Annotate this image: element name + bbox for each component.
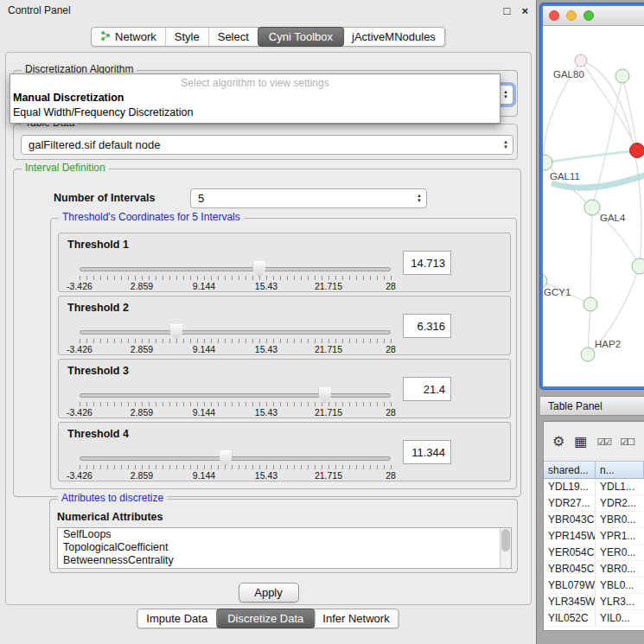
table-row[interactable]: YBR043CYBR0...: [544, 512, 644, 528]
threshold-3-panel: Threshold 3 -3.426 2.859 9.144 15.43 21.…: [58, 359, 511, 418]
scale-tick-label: 15.43: [255, 281, 277, 291]
tab-select[interactable]: Select: [209, 28, 258, 46]
number-of-intervals-combobox[interactable]: 5 ▲▼: [190, 188, 427, 208]
dropdown-option-manual-discretization[interactable]: Manual Discretization: [10, 91, 500, 105]
tab-jactivemnodules[interactable]: jActiveMNodules: [343, 28, 444, 46]
node[interactable]: [615, 69, 629, 83]
combo-value: 5: [198, 192, 204, 205]
tab-network[interactable]: Network: [92, 28, 166, 46]
scale-tick-label: 15.43: [255, 344, 277, 354]
combo-stepper-icon: ▲▼: [503, 139, 508, 150]
scale-tick-label: 2.859: [131, 470, 153, 481]
scale-tick-label: 28: [386, 281, 396, 291]
node-label-hap2: HAP2: [595, 339, 621, 349]
table-row[interactable]: YDR27...YDR2...: [544, 495, 644, 512]
float-window-icon[interactable]: □: [504, 4, 511, 17]
node[interactable]: [583, 297, 597, 311]
scale-tick-label: 9.144: [193, 344, 215, 354]
threshold-4-slider[interactable]: [80, 456, 391, 461]
scale-tick-label: -3.426: [67, 344, 92, 354]
network-canvas[interactable]: GAL80 GAL11 GAL4 GCY1 HAP2: [543, 26, 644, 389]
threshold-label: Threshold 1: [67, 239, 129, 251]
tab-cyni-toolbox[interactable]: Cyni Toolbox: [258, 27, 344, 47]
scrollbar-thumb[interactable]: [501, 529, 510, 552]
threshold-1-slider[interactable]: [80, 267, 391, 271]
scale-tick-label: 28: [386, 344, 396, 354]
network-icon: [100, 30, 111, 43]
table-row[interactable]: YPR145WYPR1...: [544, 528, 644, 545]
threshold-4-value-field[interactable]: 11.344: [403, 440, 451, 464]
table-row[interactable]: YER054CYER0...: [544, 545, 644, 561]
table-header-row: shared... n...: [544, 462, 644, 479]
slider-ticks: [80, 276, 392, 280]
tab-impute-data[interactable]: Impute Data: [137, 609, 217, 628]
threshold-3-slider[interactable]: [80, 393, 391, 398]
zoom-traffic-light-icon[interactable]: [583, 10, 594, 21]
columns-icon[interactable]: ▦: [574, 435, 587, 449]
highlighted-node[interactable]: [630, 143, 644, 158]
threshold-3-value-field[interactable]: 21.4: [403, 377, 451, 401]
node-hap2[interactable]: [581, 348, 595, 361]
node[interactable]: [632, 258, 644, 274]
table-panel-window: ⚙ ▦ ☑☑ ☑☐ shared... n... YDL19...YDL1...…: [543, 421, 644, 631]
scale-tick-label: -3.426: [67, 470, 92, 481]
numerical-attributes-label: Numerical Attributes: [57, 511, 163, 523]
control-panel-tabs: Network Style Select Cyni Toolbox jActiv…: [91, 27, 445, 47]
control-panel-window: Control Panel □ × Network Style Select C…: [0, 0, 537, 644]
table-data-combobox[interactable]: galFiltered.sif default node ▲▼: [21, 135, 513, 155]
threshold-2-slider[interactable]: [80, 330, 391, 335]
tab-discretize-data[interactable]: Discretize Data: [216, 609, 315, 628]
tab-style[interactable]: Style: [166, 28, 209, 46]
scale-tick-label: 9.144: [193, 407, 215, 418]
scale-tick-label: 9.144: [193, 281, 215, 291]
node[interactable]: [575, 54, 587, 67]
select-all-icon[interactable]: ☑☑: [596, 435, 610, 449]
column-header-name[interactable]: n...: [596, 462, 644, 478]
threshold-2-panel: Threshold 2 -3.426 2.859 9.144 15.43 21.…: [58, 296, 511, 355]
gear-icon[interactable]: ⚙: [552, 435, 564, 449]
table-row[interactable]: YIL052CYIL0...: [544, 610, 644, 627]
table-toolbar: ⚙ ▦ ☑☑ ☑☐: [544, 422, 644, 462]
list-scrollbar[interactable]: [500, 528, 511, 568]
slider-ticks: [80, 339, 392, 343]
close-traffic-light-icon[interactable]: [549, 10, 559, 21]
threshold-1-value-field[interactable]: 14.713: [403, 251, 451, 275]
table-panel-title: Table Panel: [548, 400, 603, 412]
table-data-group: Table Data galFiltered.sif default node …: [13, 124, 518, 160]
table-row[interactable]: YBL079WYBL0...: [544, 577, 644, 594]
slider-scale: -3.426 2.859 9.144 15.43 21.715 28: [80, 281, 391, 291]
table-row[interactable]: YLR345WYLR3...: [544, 594, 644, 610]
scale-tick-label: -3.426: [67, 407, 92, 418]
combo-stepper-icon: ▲▼: [417, 193, 422, 203]
column-header-shared-name[interactable]: shared...: [544, 462, 596, 478]
interval-definition-group: Interval Definition Number of Intervals …: [13, 169, 521, 497]
dropdown-placeholder-item: Select algorithm to view settings: [10, 74, 500, 91]
network-window-titlebar: [543, 6, 644, 26]
network-graph: [543, 26, 644, 389]
threshold-1-panel: Threshold 1 -3.426 2.859 9.144 15.43 21.…: [58, 233, 511, 292]
close-icon[interactable]: ×: [521, 4, 528, 17]
table-row[interactable]: YDL19...YDL1...: [544, 479, 644, 495]
list-item[interactable]: TopologicalCoefficient: [58, 541, 511, 554]
numerical-attributes-list[interactable]: SelfLoops TopologicalCoefficient Between…: [57, 527, 512, 569]
list-item[interactable]: SelfLoops: [58, 528, 511, 541]
combo-stepper-icon: ▲▼: [503, 89, 508, 99]
dropdown-option-equal-width-frequency[interactable]: Equal Width/Frequency Discretization: [10, 105, 500, 120]
tab-label: Network: [115, 30, 156, 43]
slider-ticks: [80, 465, 392, 469]
scale-tick-label: 21.715: [315, 281, 342, 291]
minimize-traffic-light-icon[interactable]: [566, 10, 577, 21]
select-rows-icon[interactable]: ☑☐: [620, 435, 634, 449]
apply-button[interactable]: Apply: [239, 583, 299, 603]
slider-scale: -3.426 2.859 9.144 15.43 21.715 28: [80, 344, 391, 354]
node-gal4[interactable]: [584, 200, 600, 215]
node-gcy1[interactable]: [543, 274, 547, 288]
tab-infer-network[interactable]: Infer Network: [314, 609, 398, 628]
table-panel-header[interactable]: Table Panel: [540, 396, 644, 416]
list-item[interactable]: BetweennessCentrality: [58, 554, 511, 567]
table-row[interactable]: YBR045CYBR0...: [544, 561, 644, 577]
number-of-intervals-label: Number of Intervals: [54, 192, 155, 204]
threshold-2-value-field[interactable]: 6.316: [403, 314, 451, 338]
scale-tick-label: 21.715: [315, 407, 342, 418]
threshold-label: Threshold 2: [67, 302, 129, 314]
